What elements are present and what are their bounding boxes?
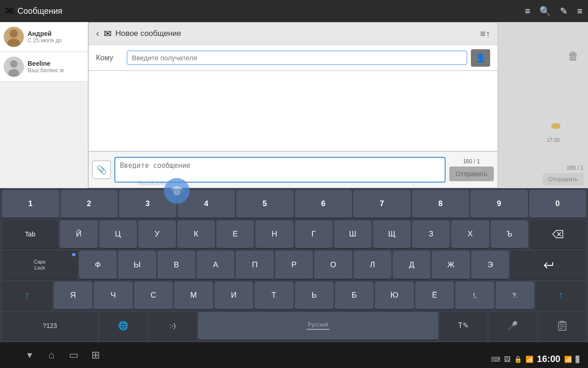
list-item[interactable]: Андрей С 25 июля до — [0, 22, 88, 52]
key-г[interactable]: Г — [295, 220, 333, 249]
signal-icon: ▊ — [576, 356, 581, 363]
keyboard-bottom-row: ?123 🌐 :-) Русский T✎ 🎤 — [1, 312, 587, 340]
compose-to-row: Кому 👤 — [88, 45, 498, 71]
bg-send-button[interactable]: Отправить — [543, 173, 583, 185]
key-5[interactable]: 5 — [236, 190, 294, 218]
status-time: 16:00 — [537, 354, 560, 364]
key-я[interactable]: Я — [54, 282, 92, 310]
key-7[interactable]: 7 — [353, 190, 411, 218]
key-т[interactable]: Т — [254, 282, 293, 310]
key-ъ[interactable]: Ъ — [491, 220, 528, 249]
key-tab[interactable]: Tab — [2, 220, 58, 249]
more-icon[interactable]: ≡ — [577, 6, 582, 17]
nav-recents-button[interactable]: ▭ — [62, 344, 85, 366]
key-о[interactable]: О — [314, 251, 352, 279]
key-ю[interactable]: Ю — [375, 282, 413, 310]
key-caps-lock[interactable]: Caps Lock — [2, 251, 78, 279]
menu-overflow-icon[interactable]: ≡ — [525, 6, 531, 17]
key-ь[interactable]: Ь — [295, 282, 334, 310]
send-button[interactable]: Отправить — [449, 167, 494, 181]
contact-picker-button[interactable]: 👤 — [471, 49, 490, 67]
key-ч[interactable]: Ч — [94, 282, 132, 310]
key-э[interactable]: Э — [471, 251, 509, 279]
message-input[interactable] — [114, 157, 446, 183]
keyboard-row-4: ↑ Я Ч С М И Т Ь Б Ю Ё !, ?. ↑ — [1, 282, 587, 310]
key-ш[interactable]: Ш — [334, 220, 372, 249]
message-info: Beeline Ваш баланс м — [28, 60, 84, 74]
key-й[interactable]: Й — [60, 220, 97, 249]
key-3[interactable]: 3 — [119, 190, 176, 218]
counter-send-area: 160 / 1 Отправить — [449, 158, 494, 181]
key-text-edit[interactable]: T✎ — [440, 312, 488, 340]
message-bubble — [551, 123, 560, 129]
key-quest-period[interactable]: ?. — [496, 282, 534, 310]
key-4[interactable]: 4 — [178, 190, 235, 218]
message-info: Андрей С 25 июля до — [28, 30, 84, 44]
key-л[interactable]: Л — [354, 251, 391, 279]
key-и[interactable]: И — [215, 282, 253, 310]
key-ы[interactable]: Ы — [118, 251, 156, 279]
key-з[interactable]: З — [412, 220, 450, 249]
key-б[interactable]: Б — [335, 282, 373, 310]
delete-icon[interactable]: 🗑 — [568, 50, 579, 63]
key-к[interactable]: К — [177, 220, 215, 249]
key-shift-left[interactable]: ↑ — [2, 282, 52, 310]
char-counter: 160 / 1 — [463, 158, 480, 165]
nav-qr-button[interactable]: ⊞ — [85, 344, 107, 366]
key-н[interactable]: Н — [255, 220, 293, 249]
keyboard-icon: ⌨ — [491, 356, 500, 363]
key-р[interactable]: Р — [275, 251, 313, 279]
key-п[interactable]: П — [236, 251, 273, 279]
wifi-icon: 📶 — [564, 356, 572, 363]
list-item[interactable]: Beeline Ваш баланс м — [0, 52, 88, 82]
bg-counter-area: 160 / 1 Отправить — [543, 165, 583, 185]
attach-button[interactable]: 📎 — [92, 161, 111, 179]
key-2[interactable]: 2 — [61, 190, 118, 218]
key-х[interactable]: Х — [451, 220, 489, 249]
message-input-area: 📎 160 / 1 Отправить — [88, 151, 498, 188]
key-9[interactable]: 9 — [470, 190, 528, 218]
nav-back-button[interactable]: ▾ — [18, 344, 40, 366]
key-enter[interactable] — [510, 251, 586, 279]
nav-home-button[interactable]: ⌂ — [40, 344, 62, 366]
key-globe[interactable]: 🌐 — [99, 312, 147, 340]
key-ё[interactable]: Ё — [415, 282, 454, 310]
key-excl-comma[interactable]: !, — [455, 282, 494, 310]
key-6[interactable]: 6 — [295, 190, 352, 218]
key-1[interactable]: 1 — [2, 190, 59, 218]
key-symbols[interactable]: ?123 — [2, 312, 98, 340]
bg-char-counter: 160 / 1 — [566, 165, 583, 171]
key-м[interactable]: М — [174, 282, 213, 310]
key-emoji[interactable]: :-) — [149, 312, 197, 340]
key-space[interactable]: Русский — [198, 312, 438, 340]
back-button[interactable]: ‹ — [96, 28, 99, 40]
compose-header: ‹ ✉ Новое сообщение ≡↑ — [88, 22, 498, 45]
key-в[interactable]: В — [158, 251, 195, 279]
to-label: Кому — [96, 54, 121, 62]
key-у[interactable]: У — [138, 220, 176, 249]
key-clipboard[interactable] — [538, 312, 587, 340]
sender-name: Beeline — [28, 60, 84, 67]
to-input[interactable] — [127, 51, 467, 65]
key-а[interactable]: А — [197, 251, 234, 279]
search-icon[interactable]: 🔍 — [539, 6, 551, 17]
compose-actions: ≡↑ — [480, 29, 490, 39]
key-backspace[interactable] — [530, 220, 586, 249]
compose-icon[interactable]: ✎ — [560, 6, 568, 17]
compose-menu-icon[interactable]: ≡↑ — [480, 29, 490, 39]
key-shift-right[interactable]: ↑ — [536, 282, 586, 310]
key-8[interactable]: 8 — [412, 190, 469, 218]
key-д[interactable]: Д — [393, 251, 430, 279]
status-bar: ⌨ 🖼 🔒 📶 16:00 📶 ▊ — [491, 354, 581, 364]
svg-rect-9 — [559, 322, 566, 330]
key-microphone[interactable]: 🎤 — [489, 312, 537, 340]
key-е[interactable]: Е — [216, 220, 254, 249]
key-ф[interactable]: Ф — [79, 251, 117, 279]
compose-envelope-icon: ✉ — [104, 28, 112, 39]
key-щ[interactable]: Щ — [373, 220, 411, 249]
key-ц[interactable]: Ц — [99, 220, 137, 249]
key-ж[interactable]: Ж — [432, 251, 469, 279]
navigation-bar: ▾ ⌂ ▭ ⊞ ⌨ 🖼 🔒 📶 16:00 📶 ▊ — [0, 342, 588, 368]
key-с[interactable]: С — [134, 282, 173, 310]
key-0[interactable]: 0 — [529, 190, 587, 218]
